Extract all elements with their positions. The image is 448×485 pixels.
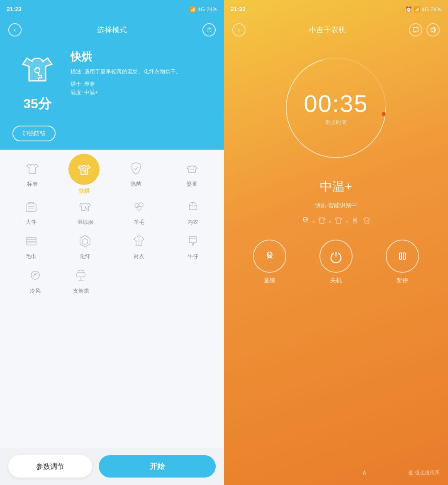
watermark: 值 值么值得买 — [408, 469, 440, 476]
timer-icon-button[interactable]: ⏱ — [202, 23, 216, 36]
mode-衬衣-label: 衬衣 — [134, 253, 144, 260]
svg-rect-21 — [77, 273, 85, 277]
right-time: 21:23 — [231, 6, 246, 12]
wifi-icon: 📶 — [190, 6, 196, 12]
step-1-icon — [300, 215, 310, 227]
svg-rect-3 — [26, 204, 36, 211]
message-icon-button[interactable] — [409, 23, 422, 36]
left-time: 21:23 — [7, 6, 22, 12]
mode-牛仔[interactable]: 牛仔 — [170, 230, 216, 264]
svg-point-33 — [267, 252, 272, 257]
start-button[interactable]: 开始 — [99, 455, 216, 478]
mode-冷风-icon — [28, 268, 43, 285]
left-header: ‹ 选择模式 ⏱ — [0, 18, 224, 41]
step-arrow-3: » — [345, 218, 348, 225]
modes-row-2: 大件 羽绒服 — [4, 196, 220, 229]
mode-婴童-icon — [185, 161, 200, 178]
hero-temp-label: 温度: 中温+ — [71, 88, 212, 97]
mode-快烘-label: 快烘 — [79, 187, 90, 195]
mode-支架烘-icon — [73, 268, 88, 285]
cellular-right-icon: 4G — [422, 6, 429, 12]
status-bar-right: 21:23 ⏰ 📶 4G 24% — [224, 0, 448, 18]
mode-羽绒服-label: 羽绒服 — [77, 218, 93, 226]
chevron-up[interactable]: ∧ — [320, 468, 408, 477]
step-2-icon — [317, 215, 327, 227]
at-text: 值 — [408, 469, 413, 476]
power-off-label: 关机 — [330, 277, 342, 284]
step-4-icon — [350, 215, 360, 227]
smart-status-text: 快烘·智能识别中 — [315, 202, 357, 209]
hero-section: 35分 快烘 描述: 适用于夏季轻薄的混纺、化纤衣物烘干。 烘干: 即穿 温度:… — [0, 41, 224, 126]
mode-化纤-label: 化纤 — [80, 253, 90, 260]
mode-衬衣-icon — [131, 233, 146, 250]
temp-text: 中温+ — [320, 179, 352, 193]
svg-marker-15 — [80, 235, 90, 247]
mode-冷风[interactable]: 冷风 — [12, 264, 58, 298]
svg-rect-37 — [403, 253, 405, 259]
mode-标准[interactable]: 标准 — [10, 158, 55, 191]
mode-衬衣[interactable]: 衬衣 — [116, 230, 162, 264]
mode-牛仔-label: 牛仔 — [187, 253, 198, 260]
pause-button[interactable]: 暂停 — [386, 240, 419, 284]
mode-羊毛-label: 羊毛 — [134, 218, 144, 226]
mode-婴童-label: 婴童 — [187, 180, 197, 188]
param-button[interactable]: 参数调节 — [8, 455, 92, 478]
left-back-button[interactable]: ‹ — [8, 23, 22, 36]
svg-marker-16 — [83, 238, 88, 245]
mode-大件[interactable]: 大件 — [8, 196, 54, 229]
wrinkle-btn-wrap: 加强防皱 — [0, 126, 224, 150]
svg-point-26 — [382, 112, 386, 116]
svg-point-34 — [268, 254, 269, 255]
mode-标准-icon — [25, 161, 40, 178]
mode-毛巾[interactable]: 毛巾 — [8, 230, 54, 264]
step-arrow-1: » — [312, 218, 315, 225]
mode-羽绒服[interactable]: 羽绒服 — [62, 196, 108, 229]
mode-冷风-label: 冷风 — [30, 287, 41, 295]
child-lock-button[interactable]: 童锁 — [253, 240, 286, 284]
timer-label: 剩余时间 — [304, 119, 368, 126]
mode-毛巾-icon — [24, 233, 39, 250]
left-panel: 21:23 📶 4G 24% ‹ 选择模式 ⏱ 35分 — [0, 0, 224, 485]
step-5-icon — [362, 215, 372, 227]
timer-circle: 00:35 剩余时间 — [278, 50, 394, 166]
wifi-right-icon: 📶 — [414, 6, 420, 12]
hero-name: 快烘 — [71, 50, 212, 64]
temp-display: 中温+ — [224, 178, 448, 195]
mode-婴童[interactable]: 婴童 — [169, 158, 215, 191]
power-off-circle — [319, 240, 353, 273]
progress-steps: » » » — [224, 215, 448, 227]
right-header: ‹ 小吉干衣机 — [224, 18, 448, 41]
mode-化纤[interactable]: 化纤 — [62, 230, 108, 264]
hero-tshirt-icon — [19, 50, 56, 92]
mode-内衣[interactable]: 内衣 — [170, 196, 216, 229]
mode-毛巾-label: 毛巾 — [26, 253, 37, 260]
cellular-icon: 4G — [198, 6, 205, 12]
mode-大件-label: 大件 — [26, 218, 37, 226]
status-bar-left: 21:23 📶 4G 24% — [0, 0, 224, 18]
hero-dry-label: 烘干: 即穿 — [71, 80, 212, 89]
right-back-button[interactable]: ‹ — [232, 23, 246, 36]
alarm-icon: ⏰ — [405, 6, 412, 12]
speaker-icon-button[interactable] — [426, 23, 440, 36]
svg-rect-30 — [354, 219, 355, 221]
timer-digits: 00:35 — [304, 90, 368, 117]
control-buttons: 童锁 关机 暂停 — [224, 227, 448, 289]
modes-row-1: 标准 快烘 除菌 — [4, 154, 220, 195]
power-off-button[interactable]: 关机 — [319, 240, 353, 284]
modes-grid: 标准 快烘 除菌 — [0, 150, 224, 448]
step-3-icon — [334, 215, 343, 227]
mode-羊毛[interactable]: 羊毛 — [116, 196, 162, 229]
right-bottom: ∧ 值 值么值得买 — [224, 460, 448, 485]
svg-rect-31 — [355, 219, 356, 221]
left-status-icons: 📶 4G 24% — [190, 6, 217, 12]
mode-化纤-icon — [78, 233, 93, 250]
mode-除菌[interactable]: 除菌 — [113, 158, 159, 191]
mode-快烘[interactable]: 快烘 — [66, 154, 103, 195]
wrinkle-button[interactable]: 加强防皱 — [12, 126, 56, 141]
svg-point-35 — [270, 254, 272, 255]
mode-快烘-icon — [68, 154, 100, 185]
mode-标准-label: 标准 — [27, 180, 38, 188]
right-header-icons — [409, 23, 440, 36]
mode-支架烘[interactable]: 支架烘 — [58, 264, 104, 298]
mode-除菌-label: 除菌 — [131, 180, 141, 188]
